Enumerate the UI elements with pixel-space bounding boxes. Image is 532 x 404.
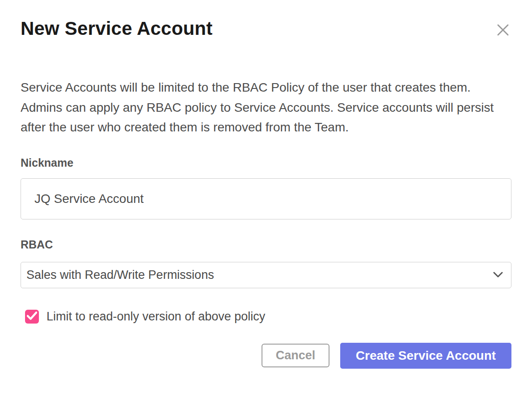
nickname-label: Nickname xyxy=(21,156,511,169)
rbac-label: RBAC xyxy=(21,238,511,251)
close-button[interactable] xyxy=(494,21,511,38)
create-service-account-button[interactable]: Create Service Account xyxy=(340,343,511,369)
modal-header: New Service Account xyxy=(21,18,511,39)
read-only-checkbox-label: Limit to read-only version of above poli… xyxy=(46,310,265,324)
modal-title: New Service Account xyxy=(21,18,212,39)
rbac-select[interactable]: Sales with Read/Write Permissions xyxy=(21,262,511,288)
new-service-account-modal: New Service Account Service Accounts wil… xyxy=(0,0,532,404)
modal-footer: Cancel Create Service Account xyxy=(21,343,511,369)
close-x-icon xyxy=(496,31,510,38)
read-only-checkbox[interactable] xyxy=(25,310,39,324)
modal-description: Service Accounts will be limited to the … xyxy=(21,78,511,138)
checkmark-icon xyxy=(27,311,37,322)
rbac-select-wrap: Sales with Read/Write Permissions xyxy=(21,262,511,288)
nickname-input[interactable] xyxy=(21,178,511,219)
cancel-button[interactable]: Cancel xyxy=(262,344,329,367)
read-only-checkbox-row[interactable]: Limit to read-only version of above poli… xyxy=(25,310,265,324)
